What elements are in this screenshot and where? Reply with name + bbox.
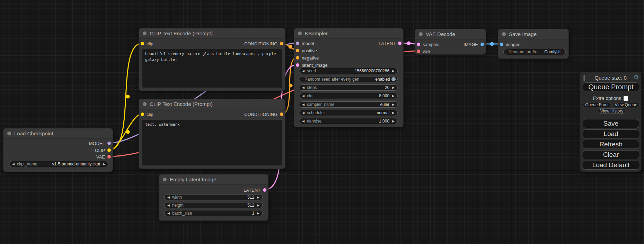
input-clip: clip xyxy=(141,40,153,47)
latent-output-dot[interactable] xyxy=(263,188,266,192)
node-title-bar[interactable]: Save Image xyxy=(498,29,568,39)
decrement-arrow-icon[interactable]: ◀ xyxy=(302,103,305,106)
images-input-dot[interactable] xyxy=(500,43,503,46)
collapse-dot-icon[interactable] xyxy=(7,132,11,135)
node-ksampler[interactable]: KSampler model positive negative latent_… xyxy=(294,28,404,127)
graph-canvas[interactable]: Load Checkpoint MODEL CLIP VAE ◀ ckpt_na… xyxy=(0,0,644,244)
increment-arrow-icon[interactable]: ▶ xyxy=(392,70,395,73)
extra-options-checkbox[interactable] xyxy=(624,96,628,101)
seed-widget[interactable]: ◀ seed 156680208700286 ▶ xyxy=(299,68,398,74)
decrement-arrow-icon[interactable]: ◀ xyxy=(302,94,305,98)
vae-output-dot[interactable] xyxy=(107,155,111,159)
node-title-bar[interactable]: VAE Decode xyxy=(415,29,486,39)
sampler-name-widget[interactable]: ◀ sampler_name euler ▶ xyxy=(299,101,398,108)
node-title: Load Checkpoint xyxy=(14,130,53,136)
decrement-arrow-icon[interactable]: ◀ xyxy=(302,70,305,73)
collapse-dot-icon[interactable] xyxy=(163,178,167,181)
random-seed-toggle-widget[interactable]: Random seed after every gen enabled xyxy=(299,76,398,82)
widget-name: batch_size xyxy=(172,211,192,216)
steps-widget[interactable]: ◀ steps 20 ▶ xyxy=(299,84,398,91)
batch-size-widget[interactable]: ◀ batch_size 1 ▶ xyxy=(164,210,263,216)
collapse-dot-icon[interactable] xyxy=(143,31,147,35)
increment-arrow-icon[interactable]: ▶ xyxy=(103,163,105,166)
filename-prefix-widget[interactable]: filename_prefix ComfyUI xyxy=(503,49,566,55)
decrement-arrow-icon[interactable]: ◀ xyxy=(302,111,305,115)
height-widget[interactable]: ◀ height 512 ▶ xyxy=(164,202,263,208)
decrement-arrow-icon[interactable]: ◀ xyxy=(12,163,15,166)
slot-label: IMAGE xyxy=(464,42,478,47)
model-output-dot[interactable] xyxy=(107,142,111,145)
increment-arrow-icon[interactable]: ▶ xyxy=(392,103,395,106)
save-button[interactable]: Save xyxy=(583,119,639,128)
queue-front-button[interactable]: Queue Front xyxy=(583,102,611,107)
node-load-checkpoint[interactable]: Load Checkpoint MODEL CLIP VAE ◀ ckpt_na… xyxy=(3,128,113,172)
load-button[interactable]: Load xyxy=(583,129,639,138)
decrement-arrow-icon[interactable]: ◀ xyxy=(167,212,170,215)
output-image: IMAGE xyxy=(464,41,484,47)
width-widget[interactable]: ◀ width 512 ▶ xyxy=(164,194,263,200)
clear-button[interactable]: Clear xyxy=(583,150,639,159)
negative-prompt-textarea[interactable]: text, watermark xyxy=(142,120,282,165)
ckpt-name-widget[interactable]: ◀ ckpt_name v1-5-pruned-emaonly.ckpt ▶ xyxy=(9,161,108,167)
positive-input-dot[interactable] xyxy=(296,49,299,52)
slot-label: CLIP xyxy=(95,148,105,153)
link-dot xyxy=(407,42,411,45)
decrement-arrow-icon[interactable]: ◀ xyxy=(167,196,170,199)
decrement-arrow-icon[interactable]: ◀ xyxy=(167,204,170,207)
vae-input-dot[interactable] xyxy=(417,49,420,53)
widget-name: scheduler xyxy=(307,110,325,115)
clip-input-dot[interactable] xyxy=(141,112,144,116)
clip-output-dot[interactable] xyxy=(107,148,111,152)
cfg-widget[interactable]: ◀ cfg 8.000 ▶ xyxy=(299,93,398,99)
decrement-arrow-icon[interactable]: ◀ xyxy=(302,120,305,123)
queue-prompt-button[interactable]: Queue Prompt xyxy=(583,82,639,91)
node-clip-text-encode-positive[interactable]: CLIP Text Encode (Prompt) clip CONDITION… xyxy=(139,28,285,91)
node-title-bar[interactable]: KSampler xyxy=(294,28,403,39)
denoise-widget[interactable]: ◀ denoise 1.000 ▶ xyxy=(299,118,398,124)
output-vae: VAE xyxy=(96,154,111,160)
widget-name: height xyxy=(172,203,184,208)
node-empty-latent-image[interactable]: Empty Latent Image LATENT ◀ width 512 ▶ … xyxy=(159,174,268,221)
node-clip-text-encode-negative[interactable]: CLIP Text Encode (Prompt) clip CONDITION… xyxy=(139,99,285,169)
increment-arrow-icon[interactable]: ▶ xyxy=(392,86,395,89)
latent-output-dot[interactable] xyxy=(398,42,402,45)
decrement-arrow-icon[interactable]: ◀ xyxy=(302,86,305,89)
node-title: KSampler xyxy=(305,30,328,36)
node-vae-decode[interactable]: VAE Decode samples vae IMAGE xyxy=(415,29,486,55)
toggle-indicator[interactable] xyxy=(391,77,396,81)
increment-arrow-icon[interactable]: ▶ xyxy=(392,94,395,98)
positive-prompt-textarea[interactable]: beautiful scenery nature glass bottle la… xyxy=(142,49,282,88)
samples-input-dot[interactable] xyxy=(417,43,420,46)
load-default-button[interactable]: Load Default xyxy=(583,161,639,170)
output-conditioning: CONDITIONING xyxy=(244,111,283,117)
output-model: MODEL xyxy=(89,140,111,146)
scheduler-widget[interactable]: ◀ scheduler normal ▶ xyxy=(299,110,398,116)
conditioning-output-dot[interactable] xyxy=(280,42,283,45)
node-title-bar[interactable]: Load Checkpoint xyxy=(3,128,113,139)
widget-value: 512 xyxy=(247,203,254,208)
view-queue-button[interactable]: View Queue xyxy=(612,102,639,107)
collapse-dot-icon[interactable] xyxy=(298,31,302,35)
increment-arrow-icon[interactable]: ▶ xyxy=(392,111,395,115)
collapse-dot-icon[interactable] xyxy=(143,102,147,106)
clip-input-dot[interactable] xyxy=(141,42,144,45)
increment-arrow-icon[interactable]: ▶ xyxy=(392,120,395,123)
negative-input-dot[interactable] xyxy=(296,56,299,60)
increment-arrow-icon[interactable]: ▶ xyxy=(257,212,259,215)
gear-icon[interactable]: ⚙ xyxy=(634,73,639,81)
latent-input-dot[interactable] xyxy=(296,63,299,67)
view-history-button[interactable]: View History xyxy=(598,108,626,114)
node-title-bar[interactable]: CLIP Text Encode (Prompt) xyxy=(139,28,285,39)
model-input-dot[interactable] xyxy=(296,42,299,45)
image-output-dot[interactable] xyxy=(480,43,484,46)
node-title-bar[interactable]: Empty Latent Image xyxy=(159,174,268,185)
increment-arrow-icon[interactable]: ▶ xyxy=(257,196,259,199)
node-title-bar[interactable]: CLIP Text Encode (Prompt) xyxy=(139,99,285,109)
queue-size-label: Queue size: 0 xyxy=(580,75,641,81)
conditioning-output-dot[interactable] xyxy=(280,112,283,116)
increment-arrow-icon[interactable]: ▶ xyxy=(257,204,259,207)
node-save-image[interactable]: Save Image images filename_prefix ComfyU… xyxy=(498,29,569,59)
collapse-dot-icon[interactable] xyxy=(502,32,506,36)
refresh-button[interactable]: Refresh xyxy=(583,140,639,149)
collapse-dot-icon[interactable] xyxy=(419,32,423,36)
